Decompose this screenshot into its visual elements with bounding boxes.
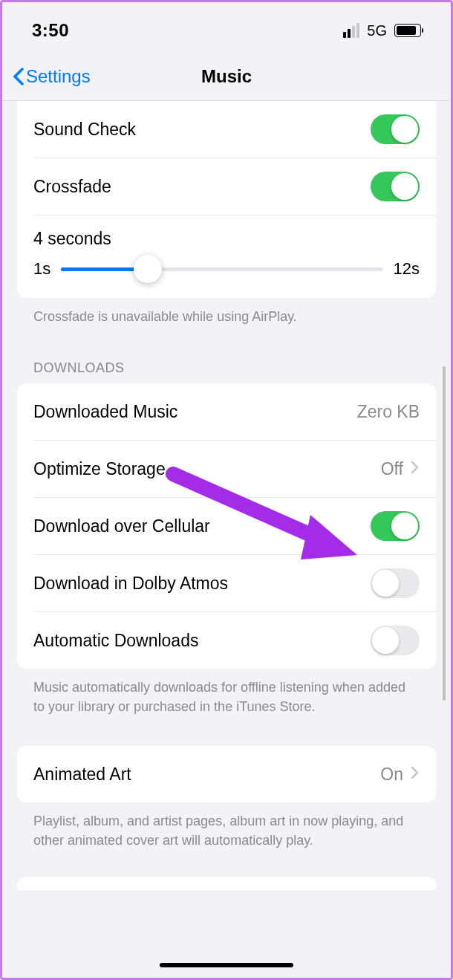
optimize-storage-label: Optimize Storage [33, 459, 166, 479]
next-group-peek [17, 877, 436, 890]
status-time: 3:50 [32, 20, 69, 41]
optimize-storage-row[interactable]: Optimize Storage Off [17, 441, 436, 497]
download-cellular-row[interactable]: Download over Cellular [17, 498, 436, 554]
downloaded-music-row[interactable]: Downloaded Music Zero KB [17, 383, 436, 440]
battery-icon [394, 24, 421, 37]
playback-group: Sound Check Crossfade 4 seconds 1s 12s [17, 101, 436, 298]
art-footer: Playlist, album, and artist pages, album… [17, 802, 436, 850]
sound-check-toggle[interactable] [371, 114, 420, 144]
signal-icon [343, 23, 359, 38]
page-title: Music [201, 66, 252, 87]
sound-check-label: Sound Check [33, 120, 136, 140]
status-right: 5G [343, 22, 421, 39]
animated-art-label: Animated Art [33, 765, 131, 785]
download-dolby-toggle[interactable] [371, 568, 420, 598]
crossfade-footer: Crossfade is unavailable while using Air… [17, 298, 436, 326]
slider-min-label: 1s [33, 259, 50, 279]
download-dolby-row[interactable]: Download in Dolby Atmos [17, 555, 436, 611]
chevron-right-icon [411, 461, 420, 477]
network-label: 5G [367, 22, 387, 39]
download-cellular-label: Download over Cellular [33, 516, 210, 536]
downloads-group: Downloaded Music Zero KB Optimize Storag… [17, 383, 436, 669]
crossfade-label: Crossfade [33, 177, 111, 197]
home-indicator[interactable] [160, 963, 293, 967]
crossfade-toggle[interactable] [371, 172, 420, 201]
chevron-left-icon [11, 66, 26, 87]
back-button[interactable]: Settings [11, 66, 91, 87]
crossfade-value-label: 4 seconds [33, 229, 420, 249]
nav-header: Settings Music [2, 48, 451, 101]
automatic-downloads-row[interactable]: Automatic Downloads [17, 612, 436, 669]
scroll-indicator[interactable] [443, 366, 446, 701]
animated-art-row[interactable]: Animated Art On [17, 746, 436, 802]
downloads-header: DOWNLOADS [17, 326, 436, 383]
animated-art-value: On [380, 765, 403, 785]
downloaded-music-value: Zero KB [357, 402, 420, 422]
slider-max-label: 12s [394, 259, 420, 279]
slider-thumb[interactable] [134, 255, 162, 283]
chevron-right-icon [411, 766, 420, 782]
download-dolby-label: Download in Dolby Atmos [33, 574, 228, 594]
status-bar: 3:50 5G [2, 2, 451, 48]
art-group: Animated Art On [17, 746, 436, 802]
crossfade-slider[interactable] [61, 267, 382, 271]
download-cellular-toggle[interactable] [371, 511, 420, 541]
downloaded-music-label: Downloaded Music [33, 402, 177, 422]
sound-check-row[interactable]: Sound Check [17, 101, 436, 158]
optimize-storage-value: Off [381, 459, 403, 479]
crossfade-slider-row: 4 seconds 1s 12s [17, 215, 436, 298]
automatic-downloads-toggle[interactable] [371, 626, 420, 655]
back-label: Settings [26, 66, 91, 87]
automatic-downloads-label: Automatic Downloads [33, 631, 198, 651]
downloads-footer: Music automatically downloads for offlin… [17, 669, 436, 716]
crossfade-row[interactable]: Crossfade [17, 158, 436, 215]
